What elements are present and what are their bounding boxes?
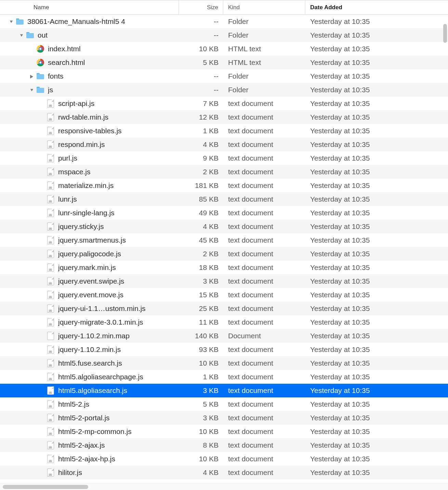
name-cell[interactable]: JSjquery.event.move.js <box>0 291 179 299</box>
name-cell[interactable]: JShtml5-2-ajax.js <box>0 441 179 449</box>
disclosure-down-icon[interactable]: ▼ <box>29 87 35 92</box>
name-cell[interactable]: JShtml5-2-ajax-hp.js <box>0 455 179 463</box>
file-row[interactable]: JSjquery.event.swipe.js3 KBtext document… <box>0 274 448 288</box>
name-cell[interactable]: index.html <box>0 45 179 53</box>
name-cell[interactable]: JShtml5-2-mp-common.js <box>0 427 179 436</box>
name-cell[interactable]: JShtml5.algoliasearchpage.js <box>0 373 179 381</box>
file-row[interactable]: ▼out--FolderYesterday at 10:35 <box>0 28 448 42</box>
header-size[interactable]: Size <box>179 0 223 14</box>
file-name: jquery.sticky.js <box>58 222 104 231</box>
name-cell[interactable]: jquery-1.10.2.min.map <box>0 332 179 340</box>
name-cell[interactable]: JSlunr.js <box>0 195 179 203</box>
name-cell[interactable]: JSmspace.js <box>0 168 179 176</box>
name-cell[interactable]: JShtml5.fuse.search.js <box>0 359 179 367</box>
name-cell[interactable]: JSrwd-table.min.js <box>0 113 179 121</box>
date-added-cell: Yesterday at 10:35 <box>305 86 448 94</box>
name-cell[interactable]: JSrespond.min.js <box>0 140 179 149</box>
kind-cell: text document <box>223 209 305 217</box>
name-cell[interactable]: ▶fonts <box>0 72 179 80</box>
name-cell[interactable]: JSscript-api.js <box>0 99 179 108</box>
name-cell[interactable]: JSjquery-1.10.2.min.js <box>0 345 179 354</box>
file-row[interactable]: JSjquery-migrate-3.0.1.min.js11 KBtext d… <box>0 315 448 329</box>
size-cell: 3 KB <box>179 277 223 285</box>
name-cell[interactable]: JSjquery.mark.min.js <box>0 263 179 272</box>
file-name: out <box>38 31 48 39</box>
file-row[interactable]: JShilitor.js4 KBtext documentYesterday a… <box>0 466 448 479</box>
name-cell[interactable]: JShtml5-2-portal.js <box>0 414 179 422</box>
name-cell[interactable]: JSjquery.paligocode.js <box>0 250 179 258</box>
disclosure-down-icon[interactable]: ▼ <box>18 33 25 38</box>
file-row[interactable]: index.html10 KBHTML textYesterday at 10:… <box>0 42 448 56</box>
name-cell[interactable]: search.html <box>0 58 179 67</box>
name-cell[interactable]: JShtml5-2.js <box>0 400 179 408</box>
file-row[interactable]: search.html5 KBHTML textYesterday at 10:… <box>0 56 448 69</box>
file-row[interactable]: JSjquery.mark.min.js18 KBtext documentYe… <box>0 261 448 274</box>
file-name: mspace.js <box>58 168 91 176</box>
file-row[interactable]: JSjquery.paligocode.js2 KBtext documentY… <box>0 247 448 261</box>
kind-cell: text document <box>223 359 305 367</box>
horizontal-scrollbar-thumb[interactable] <box>3 485 88 489</box>
file-list[interactable]: ▼38061-Acme_Manuals-html5 4--FolderYeste… <box>0 15 448 490</box>
horizontal-scrollbar-track[interactable] <box>0 483 448 490</box>
size-cell: 1 KB <box>179 373 223 381</box>
disclosure-none <box>39 128 45 134</box>
vertical-scrollbar[interactable] <box>443 24 447 43</box>
file-row[interactable]: JShtml5-2-portal.js3 KBtext documentYest… <box>0 411 448 425</box>
kind-cell: Folder <box>223 31 305 39</box>
name-cell[interactable]: JSjquery-migrate-3.0.1.min.js <box>0 318 179 326</box>
name-cell[interactable]: ▼js <box>0 86 179 94</box>
date-added-cell: Yesterday at 10:35 <box>305 72 448 80</box>
name-cell[interactable]: JSpurl.js <box>0 154 179 162</box>
file-row[interactable]: JSrwd-table.min.js12 KBtext documentYest… <box>0 110 448 124</box>
date-added-cell: Yesterday at 10:35 <box>305 99 448 108</box>
file-row[interactable]: ▼38061-Acme_Manuals-html5 4--FolderYeste… <box>0 15 448 28</box>
name-cell[interactable]: JSlunr-single-lang.js <box>0 209 179 217</box>
disclosure-none <box>39 142 45 147</box>
header-date-added[interactable]: Date Added <box>305 0 448 14</box>
file-row[interactable]: JSmaterialize.min.js181 KBtext documentY… <box>0 179 448 192</box>
file-row[interactable]: ▶fonts--FolderYesterday at 10:35 <box>0 69 448 83</box>
file-row[interactable]: JSjquery.sticky.js4 KBtext documentYeste… <box>0 220 448 233</box>
file-row[interactable]: JSjquery-1.10.2.min.js93 KBtext document… <box>0 343 448 356</box>
file-row[interactable]: JSlunr-single-lang.js49 KBtext documentY… <box>0 206 448 220</box>
name-cell[interactable]: JSmaterialize.min.js <box>0 181 179 190</box>
header-kind[interactable]: Kind <box>223 0 305 14</box>
disclosure-down-icon[interactable]: ▼ <box>8 19 14 24</box>
file-row[interactable]: JShtml5.fuse.search.js10 KBtext document… <box>0 356 448 370</box>
name-cell[interactable]: JShtml5.algoliasearch.js <box>0 386 179 395</box>
file-row[interactable]: jquery-1.10.2.min.map140 KBDocumentYeste… <box>0 329 448 343</box>
file-row[interactable]: JShtml5-2.js5 KBtext documentYesterday a… <box>0 397 448 411</box>
file-row[interactable]: JSmspace.js2 KBtext documentYesterday at… <box>0 165 448 179</box>
name-cell[interactable]: JSjquery.event.swipe.js <box>0 277 179 285</box>
file-row[interactable]: JShtml5-2-ajax-hp.js10 KBtext documentYe… <box>0 452 448 466</box>
file-row[interactable]: JShtml5.algoliasearch.js3 KBtext documen… <box>0 384 448 397</box>
file-row[interactable]: JShtml5.algoliasearchpage.js1 KBtext doc… <box>0 370 448 384</box>
file-row[interactable]: JSlunr.js85 KBtext documentYesterday at … <box>0 192 448 206</box>
size-cell: 4 KB <box>179 140 223 149</box>
file-row[interactable]: JSrespond.min.js4 KBtext documentYesterd… <box>0 138 448 151</box>
header-name[interactable]: Name <box>0 0 179 14</box>
name-cell[interactable]: JSjquery.sticky.js <box>0 222 179 231</box>
file-name: html5.algoliasearchpage.js <box>58 373 143 381</box>
name-cell[interactable]: JSjquery.smartmenus.js <box>0 236 179 244</box>
file-row[interactable]: JSjquery.event.move.js15 KBtext document… <box>0 288 448 302</box>
name-cell[interactable]: JShilitor.js <box>0 468 179 477</box>
date-added-cell: Yesterday at 10:35 <box>305 359 448 367</box>
file-row[interactable]: JSscript-api.js7 KBtext documentYesterda… <box>0 97 448 110</box>
js-file-icon: JS <box>47 209 55 217</box>
file-row[interactable]: JSresponsive-tables.js1 KBtext documentY… <box>0 124 448 138</box>
file-row[interactable]: JSjquery-ui-1.1…ustom.min.js25 KBtext do… <box>0 302 448 315</box>
name-cell[interactable]: ▼out <box>0 31 179 39</box>
date-added-cell: Yesterday at 10:35 <box>305 209 448 217</box>
js-file-icon: JS <box>47 304 55 313</box>
name-cell[interactable]: ▼38061-Acme_Manuals-html5 4 <box>0 17 179 26</box>
file-row[interactable]: JShtml5-2-mp-common.js10 KBtext document… <box>0 425 448 438</box>
file-row[interactable]: JShtml5-2-ajax.js8 KBtext documentYester… <box>0 438 448 452</box>
file-row[interactable]: JSjquery.smartmenus.js45 KBtext document… <box>0 233 448 247</box>
file-row[interactable]: JSpurl.js9 KBtext documentYesterday at 1… <box>0 151 448 165</box>
name-cell[interactable]: JSresponsive-tables.js <box>0 127 179 135</box>
disclosure-right-icon[interactable]: ▶ <box>29 73 34 79</box>
name-cell[interactable]: JSjquery-ui-1.1…ustom.min.js <box>0 304 179 313</box>
file-row[interactable]: ▼js--FolderYesterday at 10:35 <box>0 83 448 97</box>
disclosure-none <box>39 237 45 243</box>
